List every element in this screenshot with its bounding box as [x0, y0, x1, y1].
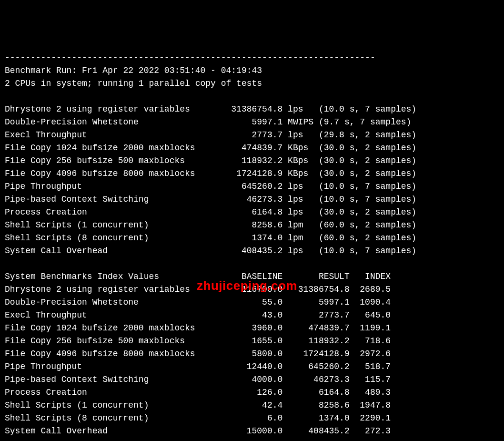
benchmark-index-block: Dhrystone 2 using register variables 116…	[5, 285, 391, 436]
index-header-line: System Benchmarks Index Values BASELINE …	[5, 272, 391, 281]
score-separator: ========	[5, 439, 391, 441]
cpu-info-line: 2 CPUs in system; running 1 parallel cop…	[5, 79, 262, 88]
benchmark-run-line: Benchmark Run: Fri Apr 22 2022 03:51:40 …	[5, 66, 262, 75]
dash-line: ----------------------------------------…	[5, 53, 375, 62]
terminal-output: ----------------------------------------…	[0, 51, 504, 441]
benchmark-results-block: Dhrystone 2 using register variables 313…	[5, 104, 416, 256]
